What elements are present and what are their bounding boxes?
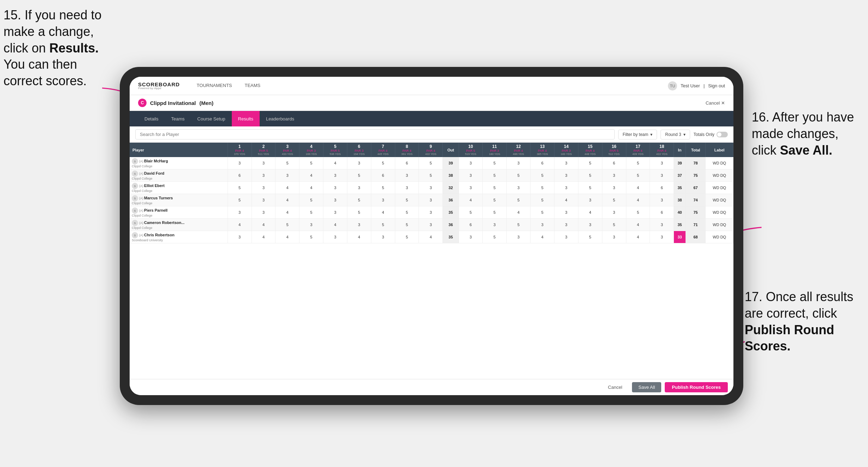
- hole-9-score[interactable]: 5: [419, 169, 443, 182]
- hole-2-score[interactable]: 4: [252, 219, 275, 231]
- round-dropdown[interactable]: Round 3 ▾: [661, 130, 690, 139]
- hole-8-score[interactable]: 5: [395, 231, 419, 243]
- hole-13-score[interactable]: 5: [531, 182, 554, 194]
- hole-8-score[interactable]: 5: [395, 194, 419, 206]
- hole-4-score[interactable]: 5: [299, 157, 323, 169]
- hole-4-score[interactable]: 5: [299, 231, 323, 243]
- dq-label[interactable]: DQ: [720, 186, 726, 190]
- hole-14-score[interactable]: 3: [554, 157, 578, 169]
- tab-course-setup[interactable]: Course Setup: [191, 111, 232, 126]
- search-input[interactable]: [135, 129, 615, 139]
- nav-tournaments[interactable]: TOURNAMENTS: [190, 77, 238, 95]
- hole-4-score[interactable]: 4: [299, 182, 323, 194]
- tab-leaderboards[interactable]: Leaderboards: [260, 111, 300, 126]
- wd-label[interactable]: WD: [713, 235, 719, 239]
- hole-1-score[interactable]: 3: [228, 206, 252, 219]
- dq-label[interactable]: DQ: [720, 198, 726, 202]
- hole-14-score[interactable]: 3: [554, 231, 578, 243]
- hole-7-score[interactable]: 6: [371, 169, 395, 182]
- hole-5-score[interactable]: 3: [323, 194, 347, 206]
- hole-6-score[interactable]: 4: [347, 231, 371, 243]
- hole-14-score[interactable]: 3: [554, 182, 578, 194]
- hole-15-score[interactable]: 5: [578, 157, 602, 169]
- dq-label[interactable]: DQ: [720, 235, 726, 239]
- hole-17-score[interactable]: 5: [626, 157, 650, 169]
- hole-1-score[interactable]: 4: [228, 219, 252, 231]
- hole-17-score[interactable]: 5: [626, 206, 650, 219]
- hole-3-score[interactable]: 4: [275, 206, 299, 219]
- hole-10-score[interactable]: 3: [459, 157, 483, 169]
- hole-12-score[interactable]: 3: [507, 231, 531, 243]
- hole-8-score[interactable]: 5: [395, 206, 419, 219]
- hole-3-score[interactable]: 5: [275, 157, 299, 169]
- hole-14-score[interactable]: 4: [554, 194, 578, 206]
- hole-18-score[interactable]: 3: [650, 219, 674, 231]
- hole-1-score[interactable]: 5: [228, 194, 252, 206]
- hole-11-score[interactable]: 3: [483, 219, 507, 231]
- hole-5-score[interactable]: 4: [323, 157, 347, 169]
- hole-2-score[interactable]: 3: [252, 169, 275, 182]
- hole-2-score[interactable]: 3: [252, 157, 275, 169]
- hole-17-score[interactable]: 5: [626, 169, 650, 182]
- hole-3-score[interactable]: 3: [275, 169, 299, 182]
- hole-13-score[interactable]: 5: [531, 194, 554, 206]
- hole-10-score[interactable]: 3: [459, 182, 483, 194]
- hole-18-score[interactable]: 6: [650, 182, 674, 194]
- hole-17-score[interactable]: 4: [626, 194, 650, 206]
- hole-9-score[interactable]: 5: [419, 157, 443, 169]
- dq-label[interactable]: DQ: [720, 161, 726, 165]
- hole-7-score[interactable]: 3: [371, 194, 395, 206]
- hole-2-score[interactable]: 3: [252, 206, 275, 219]
- cancel-tournament-btn[interactable]: Cancel ✕: [706, 100, 725, 106]
- hole-15-score[interactable]: 3: [578, 194, 602, 206]
- hole-18-score[interactable]: 3: [650, 231, 674, 243]
- hole-10-score[interactable]: 6: [459, 219, 483, 231]
- hole-6-score[interactable]: 5: [347, 206, 371, 219]
- hole-7-score[interactable]: 3: [371, 231, 395, 243]
- hole-13-score[interactable]: 5: [531, 169, 554, 182]
- hole-1-score[interactable]: 5: [228, 182, 252, 194]
- hole-11-score[interactable]: 5: [483, 157, 507, 169]
- hole-4-score[interactable]: 5: [299, 206, 323, 219]
- tab-teams[interactable]: Teams: [165, 111, 191, 126]
- hole-6-score[interactable]: 3: [347, 219, 371, 231]
- hole-1-score[interactable]: 3: [228, 231, 252, 243]
- hole-16-score[interactable]: 3: [602, 182, 626, 194]
- hole-8-score[interactable]: 3: [395, 182, 419, 194]
- hole-15-score[interactable]: 5: [578, 231, 602, 243]
- hole-12-score[interactable]: 3: [507, 157, 531, 169]
- wd-label[interactable]: WD: [713, 173, 719, 178]
- hole-8-score[interactable]: 3: [395, 169, 419, 182]
- hole-5-score[interactable]: 3: [323, 206, 347, 219]
- cancel-button[interactable]: Cancel: [602, 382, 628, 392]
- hole-16-score[interactable]: 6: [602, 157, 626, 169]
- wd-label[interactable]: WD: [713, 210, 719, 214]
- hole-11-score[interactable]: 5: [483, 206, 507, 219]
- hole-12-score[interactable]: 5: [507, 169, 531, 182]
- totals-only-toggle[interactable]: [717, 132, 728, 137]
- hole-7-score[interactable]: 5: [371, 157, 395, 169]
- hole-9-score[interactable]: 3: [419, 194, 443, 206]
- hole-11-score[interactable]: 5: [483, 231, 507, 243]
- hole-9-score[interactable]: 3: [419, 219, 443, 231]
- wd-label[interactable]: WD: [713, 198, 719, 202]
- save-all-button[interactable]: Save All: [632, 382, 661, 392]
- hole-16-score[interactable]: 3: [602, 231, 626, 243]
- hole-17-score[interactable]: 4: [626, 219, 650, 231]
- hole-12-score[interactable]: 5: [507, 194, 531, 206]
- hole-13-score[interactable]: 4: [531, 231, 554, 243]
- publish-round-scores-button[interactable]: Publish Round Scores: [665, 382, 728, 392]
- hole-14-score[interactable]: 3: [554, 206, 578, 219]
- hole-3-score[interactable]: 4: [275, 231, 299, 243]
- hole-11-score[interactable]: 5: [483, 169, 507, 182]
- hole-8-score[interactable]: 5: [395, 219, 419, 231]
- dq-label[interactable]: DQ: [720, 173, 726, 178]
- hole-10-score[interactable]: 3: [459, 231, 483, 243]
- tab-details[interactable]: Details: [138, 111, 165, 126]
- nav-teams[interactable]: TEAMS: [238, 77, 267, 95]
- hole-6-score[interactable]: 3: [347, 182, 371, 194]
- wd-label[interactable]: WD: [713, 223, 719, 227]
- hole-3-score[interactable]: 4: [275, 194, 299, 206]
- hole-17-score[interactable]: 4: [626, 231, 650, 243]
- hole-16-score[interactable]: 3: [602, 206, 626, 219]
